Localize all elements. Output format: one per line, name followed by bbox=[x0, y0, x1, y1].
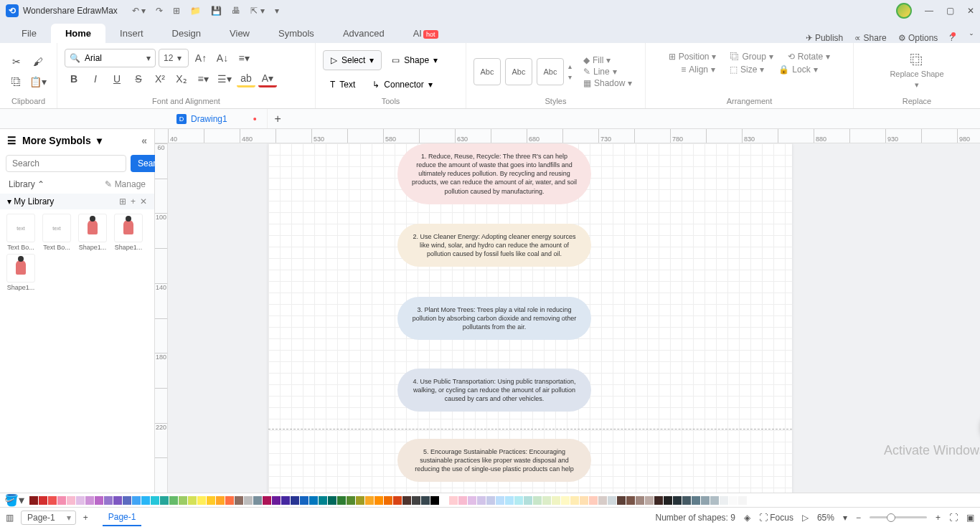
menu-insert[interactable]: Insert bbox=[105, 24, 158, 43]
decrease-font-icon[interactable]: A↓ bbox=[213, 49, 232, 67]
color-swatch[interactable] bbox=[291, 496, 299, 505]
font-family-select[interactable]: 🔍▾ bbox=[65, 49, 156, 67]
shape-5[interactable]: 5. Encourage Sustainable Practices: Enco… bbox=[397, 439, 591, 482]
position-button[interactable]: ⊞ Position▾ bbox=[669, 52, 717, 62]
qat-more-icon[interactable]: ▾ bbox=[275, 6, 279, 16]
color-swatch[interactable] bbox=[738, 496, 747, 505]
color-swatch[interactable] bbox=[514, 496, 523, 505]
color-swatch[interactable] bbox=[589, 496, 598, 505]
presentation-icon[interactable]: ▷ bbox=[802, 513, 809, 523]
color-swatch[interactable] bbox=[244, 496, 253, 505]
connector-tool[interactable]: ↳ Connector ▾ bbox=[365, 75, 439, 95]
lib-add-icon[interactable]: + bbox=[131, 196, 136, 206]
style-preset-2[interactable]: Abc bbox=[505, 58, 532, 85]
lib-item-1[interactable]: textText Bo... bbox=[4, 214, 37, 251]
color-swatch[interactable] bbox=[67, 496, 75, 505]
color-swatch[interactable] bbox=[654, 496, 663, 505]
font-size-select[interactable]: 12 ▾ bbox=[159, 49, 189, 67]
page-layout-icon[interactable]: ▥ bbox=[6, 513, 14, 523]
print-icon[interactable]: 🖶 bbox=[232, 6, 240, 16]
color-swatch[interactable] bbox=[113, 496, 122, 505]
shape-2[interactable]: 2. Use Cleaner Energy: Adopting cleaner … bbox=[397, 224, 591, 267]
color-swatch[interactable] bbox=[253, 496, 262, 505]
color-swatch[interactable] bbox=[225, 496, 234, 505]
hamburger-icon[interactable]: ☰ bbox=[7, 135, 17, 146]
color-swatch[interactable] bbox=[76, 496, 85, 505]
minimize-icon[interactable]: — bbox=[925, 6, 933, 16]
style-preset-1[interactable]: Abc bbox=[473, 58, 501, 85]
color-swatch[interactable] bbox=[141, 496, 150, 505]
layers-icon[interactable]: ◈ bbox=[744, 513, 750, 523]
color-swatch[interactable] bbox=[95, 496, 103, 505]
color-swatch[interactable] bbox=[393, 496, 402, 505]
group-button[interactable]: ⿻ Group▾ bbox=[730, 52, 773, 62]
size-button[interactable]: ⬚ Size▾ bbox=[730, 65, 764, 75]
color-swatch[interactable] bbox=[561, 496, 570, 505]
lib-close-icon[interactable]: ✕ bbox=[140, 196, 147, 206]
color-swatch[interactable] bbox=[664, 496, 672, 505]
color-swatch[interactable] bbox=[48, 496, 57, 505]
color-swatch[interactable] bbox=[356, 496, 364, 505]
save-icon[interactable]: 💾 bbox=[211, 6, 222, 16]
color-swatch[interactable] bbox=[179, 496, 187, 505]
color-swatch[interactable] bbox=[85, 496, 94, 505]
lib-item-4[interactable]: Shape1... bbox=[112, 214, 145, 251]
color-swatch[interactable] bbox=[692, 496, 700, 505]
undo-icon[interactable]: ↶ ▾ bbox=[132, 6, 146, 16]
select-tool[interactable]: ▷ Select ▾ bbox=[323, 50, 382, 70]
color-swatch[interactable] bbox=[430, 496, 439, 505]
color-swatch[interactable] bbox=[636, 496, 644, 505]
replace-shape-button[interactable]: ⿻ Replace Shape ▾ bbox=[884, 50, 949, 92]
color-swatch[interactable] bbox=[626, 496, 635, 505]
fit-page-icon[interactable]: ⛶ bbox=[949, 513, 958, 523]
format-painter-icon[interactable]: 🖌 bbox=[29, 53, 47, 70]
color-swatch[interactable] bbox=[328, 496, 336, 505]
text-tool[interactable]: T Text bbox=[323, 75, 362, 95]
menu-file[interactable]: File bbox=[7, 24, 51, 43]
color-swatch[interactable] bbox=[188, 496, 197, 505]
color-swatch[interactable] bbox=[384, 496, 392, 505]
color-swatch[interactable] bbox=[496, 496, 504, 505]
copy-icon[interactable]: ⿻ bbox=[7, 73, 26, 90]
color-swatch[interactable] bbox=[421, 496, 430, 505]
add-tab-button[interactable]: + bbox=[268, 113, 288, 125]
color-swatch[interactable] bbox=[533, 496, 542, 505]
menu-home[interactable]: Home bbox=[51, 24, 105, 43]
zoom-level[interactable]: 65% bbox=[817, 513, 834, 523]
color-swatch[interactable] bbox=[701, 496, 710, 505]
subscript-icon[interactable]: X₂ bbox=[172, 70, 191, 87]
color-swatch[interactable] bbox=[263, 496, 271, 505]
color-swatch[interactable] bbox=[123, 496, 131, 505]
increase-font-icon[interactable]: A↑ bbox=[192, 49, 210, 67]
zoom-out-button[interactable]: − bbox=[856, 513, 861, 523]
color-swatch[interactable] bbox=[458, 496, 467, 505]
strike-icon[interactable]: S bbox=[129, 70, 148, 87]
color-swatch[interactable] bbox=[617, 496, 626, 505]
page[interactable]: 1. Reduce, Reuse, Recycle: The three R's… bbox=[268, 143, 792, 493]
maximize-icon[interactable]: ▢ bbox=[946, 6, 954, 16]
font-color-icon[interactable]: A▾ bbox=[258, 70, 277, 87]
color-swatch[interactable] bbox=[39, 496, 47, 505]
fullscreen-icon[interactable]: ▣ bbox=[966, 513, 974, 523]
color-swatch[interactable] bbox=[132, 496, 141, 505]
color-swatch[interactable] bbox=[309, 496, 318, 505]
color-swatch[interactable] bbox=[542, 496, 551, 505]
color-swatch[interactable] bbox=[645, 496, 654, 505]
page-selector[interactable]: Page-1 bbox=[21, 511, 76, 525]
manage-link[interactable]: ✎ Manage bbox=[105, 179, 146, 189]
menu-view[interactable]: View bbox=[215, 24, 264, 43]
lib-item-3[interactable]: Shape1... bbox=[76, 214, 109, 251]
shape-4[interactable]: 4. Use Public Transportation: Using publ… bbox=[397, 369, 591, 412]
style-preset-3[interactable]: Abc bbox=[537, 58, 564, 85]
color-swatch[interactable] bbox=[440, 496, 448, 505]
lock-button[interactable]: 🔒 Lock▾ bbox=[778, 65, 817, 75]
color-swatch[interactable] bbox=[235, 496, 243, 505]
color-swatch[interactable] bbox=[449, 496, 458, 505]
color-swatch[interactable] bbox=[486, 496, 495, 505]
focus-button[interactable]: ⛶ Focus bbox=[759, 513, 793, 523]
highlight-icon[interactable]: ab bbox=[237, 70, 255, 87]
export-icon[interactable]: ⇱ ▾ bbox=[250, 6, 264, 16]
color-swatch[interactable] bbox=[412, 496, 420, 505]
style-down-icon[interactable]: ▾ bbox=[568, 73, 572, 81]
paste-icon[interactable]: 📋▾ bbox=[29, 73, 47, 90]
